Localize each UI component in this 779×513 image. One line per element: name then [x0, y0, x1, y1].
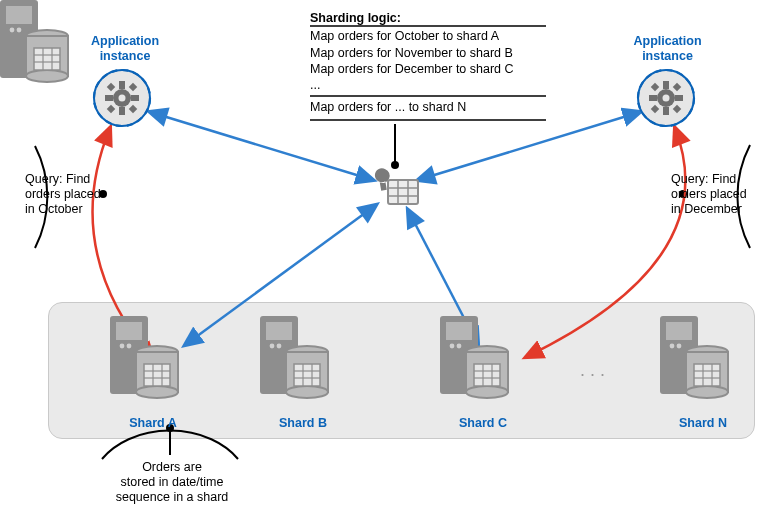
shard-b-label: Shard B: [268, 416, 338, 431]
svg-rect-29: [663, 107, 669, 115]
query-right-line: orders placed: [671, 187, 747, 202]
query-right-line: in December: [671, 202, 747, 217]
shard-c-label: Shard C: [448, 416, 518, 431]
app-instance-left-label: Application instance: [80, 34, 170, 64]
shard-a-label: Shard A: [118, 416, 188, 431]
svg-rect-28: [663, 81, 669, 89]
sharding-rule: Map orders for December to shard C: [310, 61, 546, 77]
svg-rect-18: [105, 95, 113, 101]
svg-point-48: [26, 70, 68, 82]
svg-point-44: [10, 28, 15, 33]
svg-rect-16: [119, 81, 125, 89]
sharding-rule: Map orders for November to shard B: [310, 45, 546, 61]
shard-n-label: Shard N: [668, 416, 738, 431]
svg-point-45: [17, 28, 22, 33]
query-left-line: in October: [25, 202, 101, 217]
svg-point-36: [663, 95, 670, 102]
shard-note: Orders are stored in date/time sequence …: [112, 460, 232, 505]
sharding-logic-box: Sharding logic: Map orders for October t…: [310, 28, 546, 116]
sharding-rules: Map orders for October to shard A Map or…: [310, 28, 546, 93]
svg-rect-43: [6, 6, 32, 24]
svg-rect-49: [34, 48, 60, 70]
svg-rect-17: [119, 107, 125, 115]
sharding-title: Sharding logic:: [310, 10, 546, 26]
sharding-last-rule: Map orders for ... to shard N: [310, 99, 546, 115]
app-instance-right-label: Application instance: [620, 34, 715, 64]
svg-rect-30: [649, 95, 657, 101]
shard-ellipsis: . . .: [580, 360, 605, 381]
sharding-rule: Map orders for October to shard A: [310, 28, 546, 44]
svg-rect-31: [675, 95, 683, 101]
note-line: stored in date/time: [112, 475, 232, 490]
note-line: Orders are: [112, 460, 232, 475]
svg-point-24: [119, 95, 126, 102]
note-line: sequence in a shard: [112, 490, 232, 505]
query-right: Query: Find orders placed in December: [671, 172, 747, 217]
query-left: Query: Find orders placed in October: [25, 172, 101, 217]
svg-rect-19: [131, 95, 139, 101]
sharding-ellipsis: ...: [310, 77, 546, 93]
query-left-line: Query: Find: [25, 172, 101, 187]
query-left-line: orders placed: [25, 187, 101, 202]
svg-rect-37: [388, 180, 418, 204]
query-right-line: Query: Find: [671, 172, 747, 187]
